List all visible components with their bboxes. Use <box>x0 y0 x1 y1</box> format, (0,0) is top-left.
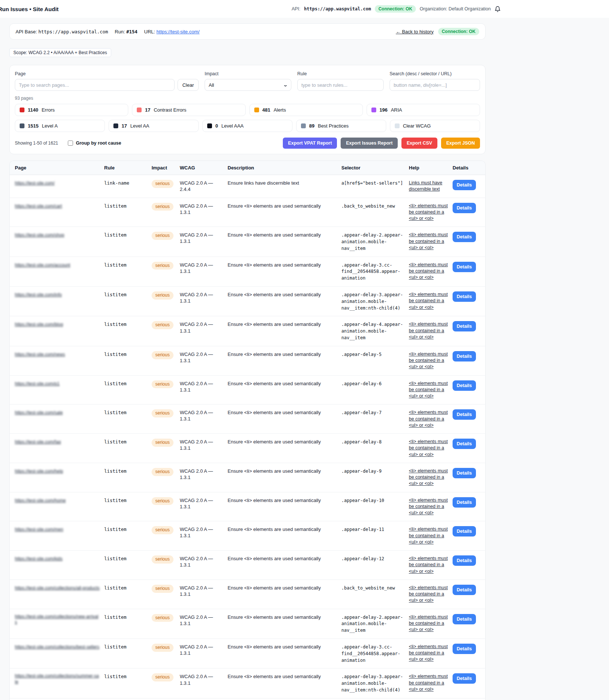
stat-filter-box[interactable]: 17 Level AA <box>109 120 199 132</box>
details-button[interactable]: Details <box>453 232 476 242</box>
table-row: https://test-site.com/blog listitem seri… <box>10 316 486 346</box>
details-button[interactable]: Details <box>453 180 476 190</box>
details-button[interactable]: Details <box>453 351 476 361</box>
wcag-cell: WCAG 2.0 A — 1.3.1 <box>180 410 213 422</box>
export-vpat-button[interactable]: Export VPAT Report <box>283 138 337 149</box>
selector-cell: .appear-delay-3.cc-find__20544858.appear… <box>341 262 400 281</box>
details-button[interactable]: Details <box>453 409 476 420</box>
page-link[interactable]: https://test-site.com/men <box>15 527 63 533</box>
details-button[interactable]: Details <box>453 497 476 508</box>
details-button[interactable]: Details <box>453 468 476 478</box>
stat-filter-box[interactable]: 481 Alerts <box>249 104 363 116</box>
help-link[interactable]: Links must have discernible text <box>409 180 448 193</box>
help-link[interactable]: <li> elements must be contained in a <ul… <box>409 468 448 487</box>
site-url-link[interactable]: https://test-site.com/ <box>156 29 199 34</box>
page-link[interactable]: https://test-site.com/collections/summer… <box>15 673 100 685</box>
export-csv-button[interactable]: Export CSV <box>401 138 437 149</box>
help-link[interactable]: <li> elements must be contained in a <ul… <box>409 203 448 222</box>
bell-icon[interactable] <box>494 6 501 12</box>
help-link[interactable]: <li> elements must be contained in a <ul… <box>409 614 448 633</box>
table-row: https://test-site.com/home listitem seri… <box>10 492 486 521</box>
organization-label: Organization: Default Organization <box>420 6 491 11</box>
group-by-root-cause-label: Group by root cause <box>76 141 121 146</box>
page-link[interactable]: https://test-site.com/cart <box>15 204 62 209</box>
details-button[interactable]: Details <box>453 203 476 213</box>
page-link[interactable]: https://test-site.com/p1 <box>15 381 60 387</box>
help-link[interactable]: <li> elements must be contained in a <ul… <box>409 673 448 693</box>
stat-filter-box[interactable]: 17 Contrast Errors <box>132 104 245 116</box>
run-label: Run: <box>115 29 125 34</box>
help-link[interactable]: <li> elements must be contained in a <ul… <box>409 555 448 575</box>
page-link[interactable]: https://test-site.com/info <box>15 292 62 298</box>
page-link[interactable]: https://test-site.com/collections/all-pr… <box>15 585 100 591</box>
stat-color-dot <box>301 123 306 128</box>
wcag-cell: WCAG 2.0 A — 1.3.1 <box>180 203 213 215</box>
page-link[interactable]: https://test-site.com/shop <box>15 232 64 238</box>
rule-cell: listitem <box>104 468 126 474</box>
page-search-input[interactable] <box>15 79 175 91</box>
page-link[interactable]: https://test-site.com/news <box>15 352 65 358</box>
impact-badge: serious <box>152 439 173 447</box>
stat-filter-box[interactable]: 1140 Errors <box>15 104 128 116</box>
col-header-impact: Impact <box>152 161 180 175</box>
export-issues-button[interactable]: Export Issues Report <box>341 138 398 149</box>
page-link[interactable]: https://test-site.com/help <box>15 469 63 475</box>
rule-search-input[interactable] <box>297 79 384 91</box>
stat-filter-box[interactable]: 196 ARIA <box>367 104 480 116</box>
selector-cell: .appear-delay-6 <box>341 381 381 386</box>
details-button[interactable]: Details <box>453 614 476 624</box>
impact-filter-label: Impact <box>205 71 291 76</box>
help-link[interactable]: <li> elements must be contained in a <ul… <box>409 585 448 604</box>
help-link[interactable]: <li> elements must be contained in a <ul… <box>409 380 448 400</box>
help-link[interactable]: <li> elements must be contained in a <ul… <box>409 497 448 516</box>
rule-cell: listitem <box>104 585 126 591</box>
back-to-history-link[interactable]: ← Back to history <box>396 29 434 34</box>
rule-cell: listitem <box>104 410 126 415</box>
help-link[interactable]: <li> elements must be contained in a <ul… <box>409 644 448 663</box>
help-link[interactable]: <li> elements must be contained in a <ul… <box>409 439 448 458</box>
export-json-button[interactable]: Export JSON <box>441 138 480 149</box>
page-link[interactable]: https://test-site.com/account <box>15 262 70 268</box>
details-button[interactable]: Details <box>453 262 476 272</box>
group-by-root-cause-checkbox[interactable] <box>68 141 73 146</box>
table-row: https://test-site.com/ link-name serious… <box>10 175 486 198</box>
stat-label: Contrast Errors <box>154 107 186 113</box>
page-link[interactable]: https://test-site.com/home <box>15 498 66 504</box>
impact-badge: serious <box>152 380 173 389</box>
page-link[interactable]: https://test-site.com/faq <box>15 439 61 445</box>
help-link[interactable]: <li> elements must be contained in a <ul… <box>409 409 448 429</box>
stat-filter-box[interactable]: 1515 Level A <box>15 120 105 132</box>
details-button[interactable]: Details <box>453 526 476 536</box>
page-link[interactable]: https://test-site.com/sale <box>15 410 63 416</box>
page-link[interactable]: https://test-site.com/collections/best-s… <box>15 644 99 650</box>
details-button[interactable]: Details <box>453 291 476 302</box>
stat-filter-box[interactable]: 89 Best Practices <box>296 120 386 132</box>
stat-color-dot <box>395 123 400 128</box>
table-row: https://test-site.com/info listitem seri… <box>10 287 486 316</box>
help-link[interactable]: <li> elements must be contained in a <ul… <box>409 262 448 281</box>
clear-button[interactable]: Clear <box>178 79 199 91</box>
table-header-row: Page Rule Impact WCAG Description Select… <box>10 161 486 175</box>
details-button[interactable]: Details <box>453 673 476 684</box>
details-button[interactable]: Details <box>453 439 476 449</box>
details-button[interactable]: Details <box>453 321 476 331</box>
details-button[interactable]: Details <box>453 380 476 391</box>
help-link[interactable]: <li> elements must be contained in a <ul… <box>409 321 448 340</box>
stat-filter-box[interactable]: 0 Level AAA <box>202 120 292 132</box>
details-button[interactable]: Details <box>453 585 476 595</box>
page-link[interactable]: https://test-site.com/ <box>15 181 54 186</box>
help-link[interactable]: <li> elements must be contained in a <ul… <box>409 351 448 370</box>
page-link[interactable]: https://test-site.com/collections/new-ar… <box>15 614 100 626</box>
details-button[interactable]: Details <box>453 644 476 654</box>
details-button[interactable]: Details <box>453 555 476 566</box>
page-link[interactable]: https://test-site.com/kids <box>15 556 63 562</box>
search-input[interactable] <box>390 79 480 91</box>
page-link[interactable]: https://test-site.com/blog <box>15 322 63 328</box>
run-info-bar: API Base: https://app.waspvital.com Run:… <box>9 23 486 40</box>
stat-filter-box[interactable]: Clear WCAG <box>390 120 480 132</box>
impact-select[interactable]: All ⌄ <box>205 79 291 91</box>
help-link[interactable]: <li> elements must be contained in a <ul… <box>409 232 448 251</box>
help-link[interactable]: <li> elements must be contained in a <ul… <box>409 526 448 545</box>
help-link[interactable]: <li> elements must be contained in a <ul… <box>409 291 448 311</box>
col-header-selector: Selector <box>341 161 409 175</box>
